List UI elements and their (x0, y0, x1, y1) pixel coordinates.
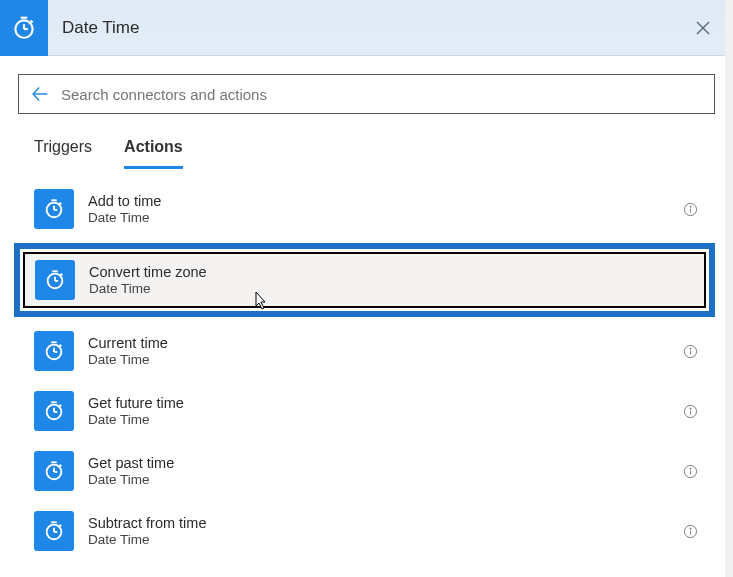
action-icon (34, 511, 74, 551)
action-text: Get future time Date Time (88, 394, 667, 429)
close-icon (694, 19, 712, 37)
svg-line-25 (60, 345, 62, 347)
highlighted-action-inner: Convert time zone Date Time (23, 252, 706, 308)
action-text: Subtract from time Date Time (88, 514, 667, 549)
action-subtitle: Date Time (88, 472, 667, 489)
connector-icon-box (0, 0, 48, 56)
header-left: Date Time (0, 0, 139, 56)
action-current-time[interactable]: Current time Date Time (18, 321, 715, 381)
svg-line-4 (31, 20, 33, 22)
clock-icon (11, 15, 37, 41)
action-subtitle: Date Time (88, 210, 667, 227)
clock-icon (43, 460, 65, 482)
svg-point-52 (689, 528, 690, 529)
scrollbar[interactable] (725, 0, 733, 577)
action-get-past-time[interactable]: Get past time Date Time (18, 441, 715, 501)
action-convert-time-zone[interactable]: Convert time zone Date Time (25, 254, 704, 306)
action-add-to-time[interactable]: Add to time Date Time (18, 179, 715, 239)
svg-line-33 (60, 405, 62, 407)
clock-icon (43, 198, 65, 220)
action-subtitle: Date Time (88, 352, 667, 369)
panel-header: Date Time (0, 0, 733, 56)
info-icon (683, 464, 698, 479)
action-icon (34, 451, 74, 491)
action-subtitle: Date Time (88, 412, 667, 429)
panel-title: Date Time (62, 18, 139, 38)
info-icon (683, 344, 698, 359)
action-title: Convert time zone (89, 263, 694, 281)
panel-body: Triggers Actions Add to time Date Time (0, 56, 733, 561)
info-icon (683, 404, 698, 419)
svg-point-44 (689, 468, 690, 469)
svg-line-49 (60, 525, 62, 527)
action-subtitle: Date Time (88, 532, 667, 549)
clock-icon (43, 520, 65, 542)
svg-line-41 (60, 465, 62, 467)
search-box (18, 74, 715, 114)
close-button[interactable] (683, 8, 723, 48)
action-subtract-from-time[interactable]: Subtract from time Date Time (18, 501, 715, 561)
svg-line-12 (60, 203, 62, 205)
search-input[interactable] (61, 86, 704, 103)
info-button[interactable] (681, 462, 699, 480)
svg-point-15 (689, 206, 690, 207)
action-title: Get past time (88, 454, 667, 472)
info-button[interactable] (681, 402, 699, 420)
info-icon (683, 524, 698, 539)
action-title: Get future time (88, 394, 667, 412)
action-get-future-time[interactable]: Get future time Date Time (18, 381, 715, 441)
highlighted-action-frame: Convert time zone Date Time (14, 243, 715, 317)
action-list: Add to time Date Time Convert time zone (18, 179, 715, 561)
back-button[interactable] (29, 83, 51, 105)
action-icon (34, 189, 74, 229)
info-button[interactable] (681, 522, 699, 540)
svg-point-28 (689, 348, 690, 349)
action-icon (34, 391, 74, 431)
clock-icon (43, 340, 65, 362)
info-icon (683, 202, 698, 217)
action-text: Get past time Date Time (88, 454, 667, 489)
action-text: Add to time Date Time (88, 192, 667, 227)
action-title: Add to time (88, 192, 667, 210)
svg-line-20 (61, 274, 63, 276)
action-title: Subtract from time (88, 514, 667, 532)
clock-icon (43, 400, 65, 422)
tab-triggers[interactable]: Triggers (34, 132, 92, 169)
action-text: Convert time zone Date Time (89, 263, 694, 298)
action-icon (35, 260, 75, 300)
info-button[interactable] (681, 342, 699, 360)
clock-icon (44, 269, 66, 291)
arrow-left-icon (29, 83, 51, 105)
tabs: Triggers Actions (34, 132, 699, 169)
action-text: Current time Date Time (88, 334, 667, 369)
action-title: Current time (88, 334, 667, 352)
svg-point-36 (689, 408, 690, 409)
action-subtitle: Date Time (89, 281, 694, 298)
tab-actions[interactable]: Actions (124, 132, 183, 169)
action-icon (34, 331, 74, 371)
info-button[interactable] (681, 200, 699, 218)
